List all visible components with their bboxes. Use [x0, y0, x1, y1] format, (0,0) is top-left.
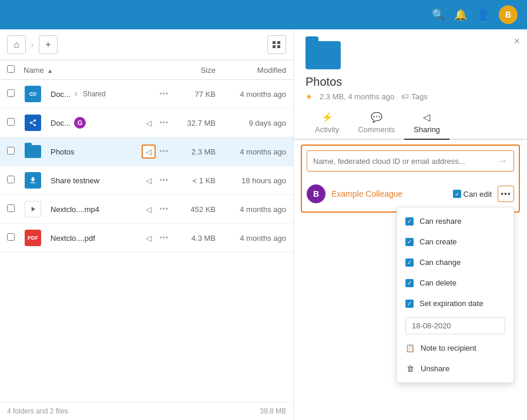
dropdown-item-expiry[interactable]: Set expiration date: [397, 293, 513, 314]
row-checkbox[interactable]: [7, 89, 15, 97]
comments-tab-icon: 💬: [371, 112, 382, 123]
sort-arrow: ▲: [47, 68, 53, 74]
can-edit-checkbox[interactable]: [453, 190, 461, 198]
file-name: Doc...: [51, 90, 71, 99]
expiry-date-input[interactable]: [405, 317, 505, 334]
share-icon[interactable]: ◁: [142, 231, 156, 245]
file-count-label: 4 folders and 2 files: [7, 407, 68, 415]
file-name: Nextclo....pdf: [51, 234, 95, 243]
more-options-button[interactable]: •••: [498, 186, 514, 202]
create-checkbox[interactable]: [405, 238, 414, 246]
dropdown-item-reshare[interactable]: Can reshare: [397, 211, 513, 231]
home-icon: ⌂: [14, 39, 19, 50]
file-size: 2.3 MB: [169, 147, 216, 156]
star-icon[interactable]: ★: [306, 92, 313, 101]
select-all-checkbox[interactable]: [7, 65, 15, 73]
tab-activity-label: Activity: [315, 125, 339, 134]
dropdown-item-delete[interactable]: Can delete: [397, 273, 513, 293]
share-badge: Shared: [74, 90, 106, 98]
col-name-header[interactable]: Name ▲: [24, 66, 169, 75]
dropdown-item-unshare[interactable]: 🗑 Unshare: [397, 358, 513, 379]
user-avatar[interactable]: B: [499, 5, 518, 24]
file-name: Share testnew: [51, 176, 99, 185]
file-modified: 9 days ago: [216, 119, 286, 127]
delete-checkbox[interactable]: [405, 279, 414, 287]
table-header: Name ▲ Size Modified: [0, 61, 293, 80]
tab-comments[interactable]: 💬 Comments: [348, 107, 404, 140]
file-size: 32.7 MB: [169, 119, 216, 127]
tab-sharing[interactable]: ◁ Sharing: [404, 107, 449, 140]
file-modified: 18 hours ago: [216, 176, 286, 185]
more-options-icon[interactable]: •••: [159, 90, 169, 98]
search-icon[interactable]: 🔍: [432, 8, 445, 21]
reshare-checkbox[interactable]: [405, 217, 414, 226]
more-options-icon[interactable]: •••: [159, 205, 169, 213]
share-input[interactable]: [313, 157, 498, 166]
file-name: Photos: [51, 147, 74, 156]
home-button[interactable]: ⌂: [7, 35, 26, 54]
sharing-tab-icon: ◁: [423, 112, 430, 123]
change-checkbox[interactable]: [405, 258, 414, 267]
file-footer: 4 folders and 2 files 39.8 MB: [0, 402, 293, 420]
dropdown-item-change[interactable]: Can change: [397, 252, 513, 273]
file-size: 77 KB: [169, 90, 216, 99]
upload-file-icon: [25, 172, 41, 189]
dropdown-item-create[interactable]: Can create: [397, 231, 513, 252]
file-modified: 4 months ago: [216, 90, 286, 99]
more-options-icon[interactable]: •••: [159, 119, 169, 127]
shared-user-row: B Example Colleague Can edit ••• Can res…: [307, 181, 514, 207]
row-checkbox[interactable]: [7, 233, 15, 241]
detail-panel: × Photos ★ 2.3 MB, 4 months ago 🏷 Tags ⚡…: [294, 29, 527, 420]
file-table: Doc... Shared ••• 77 KB 4 months ago: [0, 80, 293, 402]
share-icon[interactable]: ◁: [142, 202, 156, 216]
table-row[interactable]: Share testnew ◁ ••• < 1 KB 18 hours ago: [0, 166, 293, 195]
grid-view-button[interactable]: [267, 35, 286, 54]
shared-user-name: Example Colleague: [331, 189, 447, 199]
total-size-label: 39.8 MB: [260, 407, 286, 415]
contacts-icon[interactable]: 👤: [476, 8, 489, 21]
file-size: < 1 KB: [169, 176, 216, 185]
reshare-label: Can reshare: [419, 217, 462, 226]
row-checkbox[interactable]: [7, 176, 15, 183]
detail-title: Photos: [306, 75, 342, 89]
more-options-icon[interactable]: •••: [159, 147, 169, 156]
row-checkbox[interactable]: [7, 204, 15, 212]
top-bar: 🔍 🔔 👤 B: [0, 0, 527, 29]
change-label: Can change: [419, 258, 461, 267]
sharing-wrapper: → B Example Colleague Can edit ••• Can r…: [301, 145, 520, 213]
share-icon-active[interactable]: ◁: [142, 145, 156, 159]
add-button[interactable]: +: [39, 35, 58, 54]
meta-size: 2.3 MB, 4 months ago: [320, 92, 394, 101]
share-icon[interactable]: ◁: [142, 173, 156, 187]
file-size: 4.3 MB: [169, 234, 216, 243]
tab-sharing-label: Sharing: [414, 125, 440, 134]
share-icon[interactable]: ◁: [142, 116, 156, 130]
activity-tab-icon: ⚡: [321, 112, 333, 123]
file-size: 452 KB: [169, 205, 216, 214]
more-options-icon[interactable]: •••: [159, 176, 169, 184]
close-button[interactable]: ×: [513, 35, 520, 48]
table-row[interactable]: Doc... Shared ••• 77 KB 4 months ago: [0, 80, 293, 109]
can-edit-label: Can edit: [464, 190, 492, 199]
table-row[interactable]: Photos ◁ ••• 2.3 MB 4 months ago: [0, 137, 293, 166]
table-row[interactable]: Nextclo....mp4 ◁ ••• 452 KB 4 months ago: [0, 195, 293, 224]
note-icon: 📋: [405, 344, 415, 352]
tags-button[interactable]: 🏷 Tags: [401, 92, 427, 101]
tab-activity[interactable]: ⚡ Activity: [306, 107, 348, 140]
notification-icon[interactable]: 🔔: [454, 8, 467, 21]
share-input-row: →: [307, 150, 514, 172]
add-icon: +: [45, 39, 51, 50]
expiry-checkbox[interactable]: [405, 300, 414, 308]
row-checkbox[interactable]: [7, 147, 15, 154]
more-options-icon[interactable]: •••: [159, 234, 169, 242]
share-arrow-icon[interactable]: →: [498, 156, 508, 166]
dropdown-item-note[interactable]: 📋 Note to recipient: [397, 338, 513, 358]
row-checkbox[interactable]: [7, 118, 15, 126]
table-row[interactable]: PDF Nextclo....pdf ◁ ••• 4.3 MB 4 months…: [0, 224, 293, 253]
detail-tabs: ⚡ Activity 💬 Comments ◁ Sharing: [294, 107, 527, 140]
table-row[interactable]: Doc... G ◁ ••• 32.7 MB 9 days ago: [0, 109, 293, 137]
breadcrumb-separator: ›: [31, 39, 34, 51]
create-label: Can create: [419, 237, 457, 246]
file-toolbar: ⌂ › +: [0, 29, 293, 61]
file-panel: ⌂ › + Name ▲ Size Modified: [0, 29, 294, 420]
